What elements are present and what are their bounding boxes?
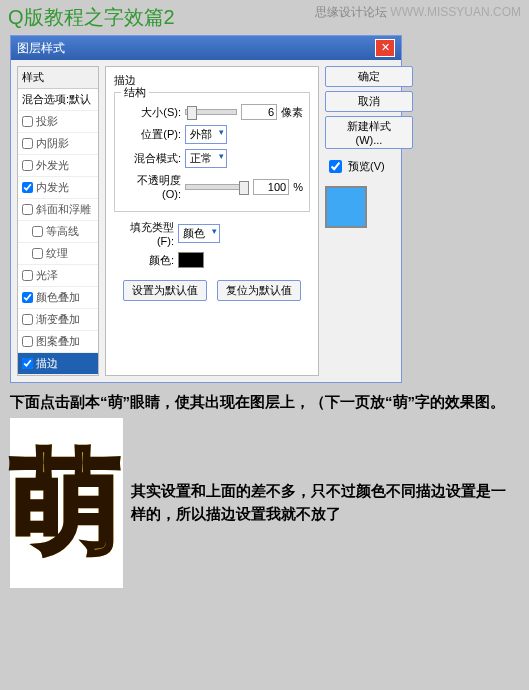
styles-header: 样式 bbox=[18, 67, 98, 89]
style-label: 渐变叠加 bbox=[36, 312, 80, 327]
caption-2: 其实设置和上面的差不多，只不过颜色不同描边设置是一样的，所以描边设置我就不放了 bbox=[131, 480, 519, 525]
stroke-settings: 描边 结构 大小(S): 6 像素 位置(P): 外部 混合模式: 正常 bbox=[105, 66, 319, 376]
style-checkbox[interactable] bbox=[22, 292, 33, 303]
style-label: 颜色叠加 bbox=[36, 290, 80, 305]
style-label: 光泽 bbox=[36, 268, 58, 283]
style-row-5[interactable]: 等高线 bbox=[18, 221, 98, 243]
style-label: 图案叠加 bbox=[36, 334, 80, 349]
size-slider[interactable] bbox=[185, 109, 237, 115]
opacity-slider[interactable] bbox=[185, 184, 249, 190]
style-label: 描边 bbox=[36, 356, 58, 371]
style-checkbox[interactable] bbox=[22, 116, 33, 127]
style-checkbox[interactable] bbox=[22, 314, 33, 325]
style-row-4[interactable]: 斜面和浮雕 bbox=[18, 199, 98, 221]
blendmode-label: 混合模式: bbox=[121, 151, 181, 166]
style-row-8[interactable]: 颜色叠加 bbox=[18, 287, 98, 309]
style-checkbox[interactable] bbox=[32, 248, 43, 259]
size-label: 大小(S): bbox=[121, 105, 181, 120]
color-swatch[interactable] bbox=[178, 252, 204, 268]
size-unit: 像素 bbox=[281, 105, 303, 120]
caption-1: 下面点击副本“萌”眼睛，使其出现在图层上，（下一页放“萌”字的效果图。 bbox=[0, 383, 529, 414]
style-checkbox[interactable] bbox=[22, 138, 33, 149]
style-row-3[interactable]: 内发光 bbox=[18, 177, 98, 199]
blend-options-row[interactable]: 混合选项:默认 bbox=[18, 89, 98, 111]
style-checkbox[interactable] bbox=[22, 336, 33, 347]
style-row-0[interactable]: 投影 bbox=[18, 111, 98, 133]
style-checkbox[interactable] bbox=[22, 358, 33, 369]
style-label: 外发光 bbox=[36, 158, 69, 173]
style-label: 内发光 bbox=[36, 180, 69, 195]
filltype-combo[interactable]: 颜色 bbox=[178, 224, 220, 243]
dialog-buttons: 确定 取消 新建样式(W)... 预览(V) bbox=[325, 66, 395, 376]
style-label: 纹理 bbox=[46, 246, 68, 261]
opacity-label: 不透明度(O): bbox=[121, 173, 181, 200]
style-checkbox[interactable] bbox=[22, 182, 33, 193]
style-row-7[interactable]: 光泽 bbox=[18, 265, 98, 287]
watermark: 思缘设计论坛 WWW.MISSYUAN.COM bbox=[315, 4, 521, 21]
style-row-9[interactable]: 渐变叠加 bbox=[18, 309, 98, 331]
opacity-value[interactable]: 100 bbox=[253, 179, 289, 195]
style-row-11[interactable]: 描边 bbox=[18, 353, 98, 375]
style-row-10[interactable]: 图案叠加 bbox=[18, 331, 98, 353]
style-row-6[interactable]: 纹理 bbox=[18, 243, 98, 265]
position-label: 位置(P): bbox=[121, 127, 181, 142]
style-row-2[interactable]: 外发光 bbox=[18, 155, 98, 177]
dialog-title: 图层样式 bbox=[17, 40, 65, 57]
set-default-button[interactable]: 设置为默认值 bbox=[123, 280, 207, 301]
opacity-unit: % bbox=[293, 181, 303, 193]
style-label: 内阴影 bbox=[36, 136, 69, 151]
close-icon[interactable]: ✕ bbox=[375, 39, 395, 57]
meng-artwork: 萌 bbox=[10, 418, 123, 588]
color-label: 颜色: bbox=[114, 253, 174, 268]
style-row-1[interactable]: 内阴影 bbox=[18, 133, 98, 155]
structure-group: 结构 大小(S): 6 像素 位置(P): 外部 混合模式: 正常 不透明度(O… bbox=[114, 92, 310, 212]
blendmode-combo[interactable]: 正常 bbox=[185, 149, 227, 168]
preview-check-input[interactable] bbox=[329, 160, 342, 173]
style-checkbox[interactable] bbox=[22, 160, 33, 171]
preview-checkbox[interactable]: 预览(V) bbox=[325, 157, 395, 176]
position-combo[interactable]: 外部 bbox=[185, 125, 227, 144]
ok-button[interactable]: 确定 bbox=[325, 66, 413, 87]
preview-swatch bbox=[325, 186, 367, 228]
reset-default-button[interactable]: 复位为默认值 bbox=[217, 280, 301, 301]
new-style-button[interactable]: 新建样式(W)... bbox=[325, 116, 413, 149]
style-label: 斜面和浮雕 bbox=[36, 202, 91, 217]
style-checkbox[interactable] bbox=[22, 204, 33, 215]
style-label: 投影 bbox=[36, 114, 58, 129]
size-value[interactable]: 6 bbox=[241, 104, 277, 120]
styles-list: 样式 混合选项:默认 投影内阴影外发光内发光斜面和浮雕等高线纹理光泽颜色叠加渐变… bbox=[17, 66, 99, 376]
cancel-button[interactable]: 取消 bbox=[325, 91, 413, 112]
style-checkbox[interactable] bbox=[32, 226, 43, 237]
filltype-label: 填充类型(F): bbox=[114, 220, 174, 247]
dialog-titlebar[interactable]: 图层样式 ✕ bbox=[11, 36, 401, 60]
style-checkbox[interactable] bbox=[22, 270, 33, 281]
style-label: 等高线 bbox=[46, 224, 79, 239]
layer-style-dialog: 图层样式 ✕ 样式 混合选项:默认 投影内阴影外发光内发光斜面和浮雕等高线纹理光… bbox=[10, 35, 402, 383]
